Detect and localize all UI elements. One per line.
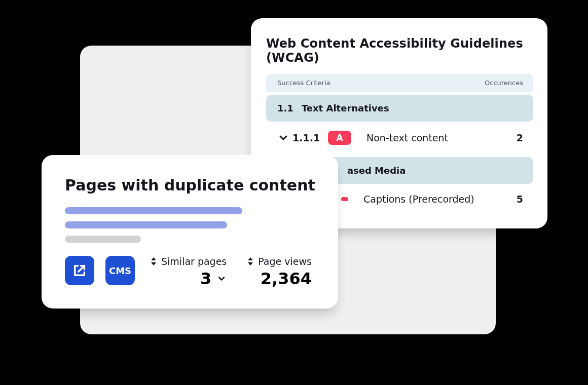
- level-badge: [341, 197, 348, 201]
- col-success-criteria: Success Criteria: [277, 79, 330, 87]
- placeholder-bar: [65, 236, 141, 243]
- stats-row: CMS Similar pages 3 Page views: [65, 256, 317, 288]
- cms-label: CMS: [109, 265, 131, 276]
- external-link-icon: [72, 263, 87, 278]
- page-views-value: 2,364: [261, 269, 312, 288]
- dup-title: Pages with duplicate content: [65, 176, 317, 194]
- criteria-occurrences: 5: [503, 194, 523, 205]
- page-views-label: Page views: [258, 256, 312, 267]
- cms-button[interactable]: CMS: [105, 256, 135, 285]
- criteria-description: Captions (Prerecorded): [363, 194, 503, 205]
- sort-icon: [150, 257, 157, 266]
- criteria-occurrences: 2: [503, 132, 523, 143]
- chevron-down-icon[interactable]: [216, 274, 227, 284]
- wcag-title: Web Content Accessibility Guidelines (WC…: [266, 36, 533, 65]
- level-badge: A: [328, 131, 351, 145]
- placeholder-bar: [65, 221, 227, 228]
- criteria-description: Non-text content: [366, 132, 503, 143]
- placeholder-bar: [65, 207, 242, 214]
- section-title: Text Alternatives: [302, 103, 389, 113]
- section-title: ased Media: [347, 165, 406, 176]
- similar-pages-label: Similar pages: [161, 256, 227, 267]
- open-external-button[interactable]: [65, 256, 94, 285]
- col-occurrences: Occurences: [485, 79, 523, 87]
- similar-pages-value: 3: [200, 269, 211, 288]
- wcag-section-row[interactable]: 1.1 Text Alternatives: [266, 95, 533, 122]
- criteria-code: 1.1.1: [292, 132, 328, 143]
- duplicate-content-card: Pages with duplicate content CMS Similar…: [42, 155, 338, 309]
- page-views-stat[interactable]: Page views 2,364: [247, 256, 312, 288]
- sort-icon: [247, 257, 254, 266]
- wcag-criteria-row[interactable]: 1.1.1 A Non-text content 2: [266, 122, 533, 154]
- section-number: 1.1: [277, 103, 293, 113]
- wcag-table-header: Success Criteria Occurences: [266, 74, 533, 92]
- similar-pages-stat[interactable]: Similar pages 3: [150, 256, 227, 288]
- chevron-down-icon: [277, 132, 289, 144]
